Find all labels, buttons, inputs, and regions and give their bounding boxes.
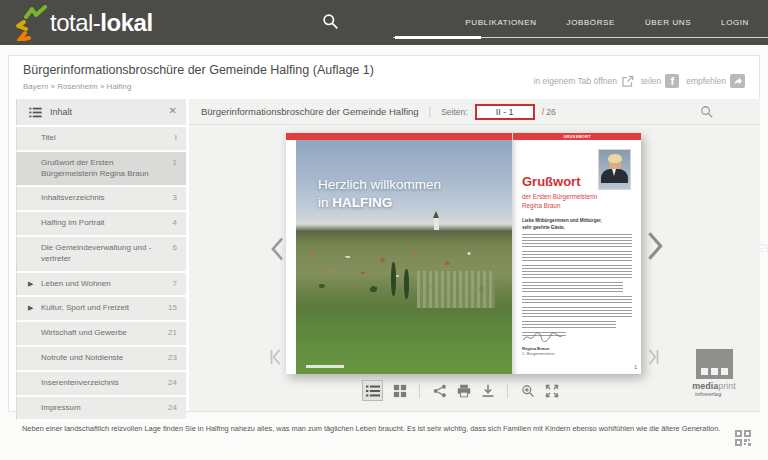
recommend-button[interactable]: empfehlen [686,74,745,88]
toc-page-number: 21 [168,328,177,339]
toc-item-inhaltsverzeichnis[interactable]: Inhaltsverzeichnis 3 [16,187,186,212]
toc-title: Inhalt [50,107,72,117]
previous-page-button[interactable] [271,237,284,261]
site-logo[interactable]: total-lokal [14,5,153,41]
welcome-heading: Herzlich willkommen in HALFING [318,176,441,212]
last-page-button[interactable] [647,349,660,365]
mediaprint-building-icon [696,349,733,379]
close-icon[interactable]: ✕ [169,106,177,116]
cemetery-garden-area [417,271,495,308]
recommend-label: empfehlen [686,76,726,86]
toc-item-leben-und-wohnen[interactable]: ▶ Leben und Wohnen 7 [16,273,186,298]
fullscreen-button[interactable] [544,383,559,398]
share-button[interactable] [432,383,447,398]
thumbnail-grid-button[interactable] [392,383,407,398]
share-facebook-button[interactable]: teilen [641,74,679,88]
toc-item-titel[interactable]: Titel I [16,127,186,152]
toc-label: Grußwort der Ersten Bürgermeisterin Regi… [41,158,149,178]
pages-label: Seiten: [441,107,467,117]
toc-page-number: 1 [173,158,177,169]
viewer-toolbar: Bürgerinformationsbroschüre der Gemeinde… [189,99,760,125]
viewer-search-icon[interactable] [700,105,714,119]
toc-item-kultur-sport-freizeit[interactable]: ▶ Kultur, Sport und Freizeit 15 [16,297,186,322]
toc-item-grusswort[interactable]: Grußwort der Ersten Bürgermeisterin Regi… [16,152,186,188]
breadcrumb[interactable]: Bayern » Rosenheim » Halfing [23,82,132,91]
toc-item-wirtschaft[interactable]: Wirtschaft und Gewerbe 21 [16,322,186,347]
photo-caption-placeholder [306,365,344,368]
paragraph-placeholder [522,307,632,317]
facebook-icon [665,74,679,88]
grusswort-title: Grußwort [522,174,581,189]
pages-total: / 26 [542,107,556,117]
toc-item-notrufe[interactable]: Notrufe und Notdienste 23 [16,347,186,372]
paragraph-placeholder [522,282,623,292]
nav-item-login[interactable]: LOGIN [706,18,764,27]
book-left-page[interactable]: Herzlich willkommen in HALFING [286,133,512,374]
toc-page-number: 6 [173,243,177,254]
page-number: 1 [634,364,637,370]
toc-view-button[interactable] [362,380,383,401]
top-navbar: total-lokal PUBLIKATIONEN JOBBÖRSE GOOD*… [0,0,768,45]
download-button[interactable] [480,383,495,398]
toc-label: Die Gemeindeverwaltung und - vertreter [41,243,151,263]
book-right-page[interactable]: GRUSSWORT Grußwort der Ersten Bürgermeis… [512,133,641,374]
toc-page-number: I [175,133,177,144]
grusswort-paragraphs [522,234,632,340]
toc-label: Wirtschaft und Gewerbe [41,328,127,337]
toc-label: Leben und Wohnen [41,279,111,288]
expand-caret-icon[interactable]: ▶ [28,279,33,288]
qr-code-icon[interactable] [735,430,751,446]
list-icon [29,107,42,118]
toc-page-number: 3 [173,193,177,204]
grusswort-subtitle: der Ersten Bürgermeisterin Regina Braun [522,193,600,211]
nav-item-publikationen[interactable]: PUBLIKATIONEN [450,18,551,27]
toc-label: Kultur, Sport und Freizeit [41,303,129,312]
mediaprint-wordmark: mediaprint [688,382,740,391]
tree [404,269,409,299]
flipbook-viewer: Bürgerinformationsbroschüre der Gemeinde… [189,99,760,411]
share-arrow-icon [730,74,745,88]
toc-item-portrait[interactable]: Halfing im Portrait 4 [16,212,186,237]
toc-header: Inhalt ✕ [16,99,186,125]
right-page-red-band: GRUSSWORT [513,133,641,140]
paragraph-placeholder [522,265,632,278]
zoom-in-button[interactable] [520,383,535,398]
expand-caret-icon[interactable]: ▶ [28,303,33,312]
mayor-portrait-photo [598,149,631,190]
share-label: teilen [641,76,661,86]
next-page-button[interactable] [647,231,663,261]
village-aerial-photo: Herzlich willkommen in HALFING [296,140,512,374]
print-button[interactable] [456,383,471,398]
toc-label: Halfing im Portrait [41,218,105,227]
grusswort-salutation: Liebe Mitbürgerinnen und Mitbürger, sehr… [522,218,602,232]
page-root: total-lokal PUBLIKATIONEN JOBBÖRSE GOOD*… [0,0,768,460]
toc-label: Impressum [41,403,81,412]
paragraph-placeholder [522,296,632,303]
toolbar-divider [507,384,508,398]
first-page-button[interactable] [269,349,282,365]
header-search-icon[interactable] [322,13,339,30]
viewer-bottom-toolbar [175,380,746,401]
nav-active-underline [395,36,481,39]
page-title: Bürgerinformationsbroschüre der Gemeinde… [23,63,374,77]
toc-item-inserentenverzeichnis[interactable]: Inserentenverzeichnis 24 [16,372,186,397]
logo-text: total-lokal [50,9,153,37]
toc-label: Inserentenverzeichnis [41,378,119,387]
paragraph-placeholder [522,321,616,328]
nav-item-ueber-uns[interactable]: ÜBER UNS [630,18,706,27]
toc-label: Titel [41,133,56,142]
chapter-tab-label: GRUSSWORT [563,135,590,139]
toc-item-impressum[interactable]: Impressum 24 [16,397,186,422]
toc-item-gemeindeverwaltung[interactable]: Die Gemeindeverwaltung und - vertreter 6 [16,237,186,273]
grusswort-content: Grußwort der Ersten Bürgermeisterin Regi… [522,146,632,368]
mediaprint-logo[interactable]: mediaprint infoverlag [688,349,740,397]
publication-description: Neben einer landschaftlich reizvollen La… [22,424,754,433]
page-number-input[interactable] [475,104,535,120]
toc-page-number: 4 [173,218,177,229]
nav-item-jobboerse[interactable]: JOBBÖRSE [552,18,630,27]
toc-label: Notrufe und Notdienste [41,353,123,362]
viewer-title: Bürgerinformationsbroschüre der Gemeinde… [201,106,419,117]
main-nav: PUBLIKATIONEN JOBBÖRSE GOOD*NEWS ÜBER UN… [450,18,764,27]
toc-page-number: 23 [168,353,177,364]
open-in-tab-button[interactable]: in eigenem Tab öffnen [534,75,634,88]
